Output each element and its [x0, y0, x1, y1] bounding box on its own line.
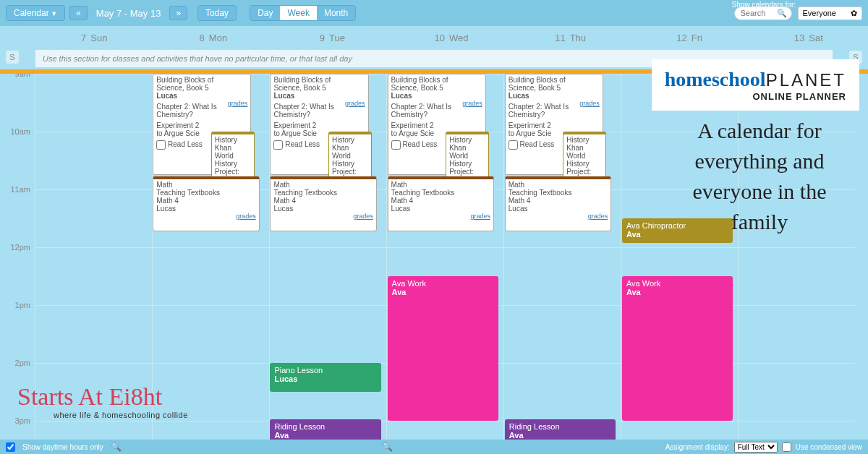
today-button[interactable]: Today [197, 5, 237, 21]
view-tabs: Day Week Month [250, 5, 356, 21]
event-math-wed[interactable]: MathTeaching TextbooksMath 4Lucas grades [388, 176, 494, 231]
event-ava-work-fri[interactable]: Ava WorkAva [622, 276, 733, 421]
event-piano[interactable]: Piano LessonLucas [270, 363, 380, 392]
event-math-mon[interactable]: MathTeaching TextbooksMath 4Lucas grades [153, 176, 259, 231]
grades-link[interactable]: grades [353, 213, 373, 220]
homeschool-planet-logo: homeschoolPLANET ONLINE PLANNER [652, 59, 859, 111]
grades-link[interactable]: grades [470, 213, 490, 220]
prev-s-cap[interactable]: S [6, 51, 19, 64]
zoom-out-icon[interactable]: 🔍 [111, 442, 122, 452]
day-header-sat: 13Sat [749, 28, 868, 48]
read-checkbox[interactable] [391, 140, 401, 150]
condensed-label: Use condensed view [796, 443, 862, 451]
search-input[interactable] [741, 9, 777, 17]
tab-month[interactable]: Month [317, 6, 355, 20]
day-header-mon: 8Mon [154, 28, 273, 48]
search-icon: 🔍 [777, 9, 787, 18]
tab-day[interactable]: Day [250, 6, 280, 20]
event-math-tue[interactable]: MathTeaching TextbooksMath 4Lucas grades [270, 176, 376, 231]
read-checkbox[interactable] [509, 140, 518, 150]
next-week-button[interactable]: » [169, 6, 187, 20]
assignment-display-label: Assignment display: [665, 443, 730, 451]
tagline-text: A calendar for everything and everyone i… [673, 116, 846, 237]
calendar-dropdown[interactable]: Calendar [6, 5, 65, 21]
day-header-thu: 11Thu [511, 28, 630, 48]
day-header-fri: 12Fri [630, 28, 749, 48]
time-label: 10am [10, 127, 30, 136]
grades-link[interactable]: grades [588, 213, 608, 220]
grades-link[interactable]: grades [345, 100, 365, 107]
event-math-thu[interactable]: MathTeaching TextbooksMath 4Lucas grades [505, 176, 611, 231]
zoom-in-icon[interactable]: 🔍 [382, 442, 393, 452]
day-header-row: S 7Sun 8Mon 9Tue 10Wed 11Thu 12Fri 13Sat… [0, 26, 868, 49]
daytime-label: Show daytime hours only [22, 443, 103, 451]
grades-link[interactable]: grades [236, 213, 256, 220]
show-calendars-label: Show calendars for: [732, 1, 796, 9]
grades-link[interactable]: grades [228, 100, 248, 107]
starts-at-eight-logo: Starts At Ei8ht where life & homeschooli… [17, 383, 188, 419]
top-toolbar: Calendar « May 7 - May 13 » Today Day We… [0, 0, 868, 26]
prev-week-button[interactable]: « [69, 6, 88, 20]
time-label: 11am [10, 185, 30, 194]
time-label: 1pm [15, 301, 30, 309]
daytime-checkbox[interactable] [6, 442, 15, 452]
condensed-checkbox[interactable] [782, 442, 791, 452]
event-ava-work-wed[interactable]: Ava WorkAva [388, 276, 498, 421]
time-label: 9am [15, 74, 30, 78]
time-label: 12pm [10, 243, 30, 252]
grades-link[interactable]: grades [579, 100, 600, 107]
calendar-filter-value: Everyone [803, 9, 836, 17]
day-header-tue: 9Tue [273, 28, 392, 48]
read-checkbox[interactable] [273, 140, 283, 150]
read-checkbox[interactable] [156, 140, 166, 150]
grades-link[interactable]: grades [462, 100, 482, 107]
day-header-wed: 10Wed [392, 28, 511, 48]
date-range-label: May 7 - May 13 [92, 8, 166, 19]
tab-week[interactable]: Week [280, 6, 316, 20]
calendar-filter-select[interactable]: Everyone ✿ [798, 7, 862, 20]
assignment-display-select[interactable]: Full Text [734, 442, 778, 453]
gear-icon: ✿ [851, 9, 857, 18]
bottom-bar: Show daytime hours only 🔍 🔍 Assignment d… [0, 440, 868, 454]
time-label: 2pm [15, 359, 30, 367]
day-header-sun: 7Sun [35, 28, 154, 48]
